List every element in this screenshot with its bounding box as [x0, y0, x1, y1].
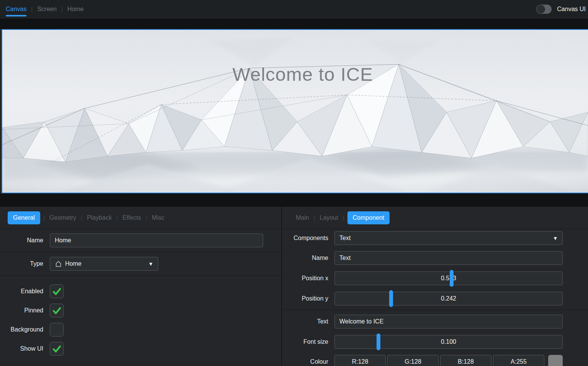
tab-separator: |: [116, 214, 118, 221]
left-panel-tabs: General | Geometry | Playback | Effects …: [0, 207, 281, 229]
tab-separator: |: [43, 214, 45, 221]
tab-general[interactable]: General: [8, 211, 40, 224]
tab-separator: |: [31, 6, 33, 12]
component-properties-panel: Main | Layout | Component Components Tex…: [282, 207, 588, 366]
text-component-group: Text Welcome to ICE Font size 0.100 Colo…: [282, 315, 588, 366]
tab-separator: |: [81, 214, 82, 221]
font-size-label: Font size: [282, 338, 328, 345]
tab-main[interactable]: Main: [296, 214, 309, 221]
tab-playback[interactable]: Playback: [87, 214, 112, 221]
background-row: Background: [0, 320, 281, 339]
background-checkbox[interactable]: [50, 323, 64, 337]
type-dropdown[interactable]: Home ▼: [50, 257, 158, 271]
tab-effects[interactable]: Effects: [123, 214, 141, 221]
position-x-label: Position x: [282, 275, 328, 282]
toggle-knob-icon: [537, 5, 545, 13]
pinned-row: Pinned: [0, 301, 281, 320]
components-value: Text: [339, 235, 351, 242]
font-size-slider[interactable]: 0.100: [334, 335, 563, 349]
font-size-slider-handle[interactable]: [377, 333, 380, 350]
position-y-slider-handle[interactable]: [389, 290, 393, 307]
tab-home[interactable]: Home: [67, 0, 84, 18]
show-ui-label: Show UI: [0, 345, 43, 352]
position-x-slider[interactable]: 0.513: [334, 271, 563, 285]
pinned-label: Pinned: [0, 307, 43, 314]
font-size-value: 0.100: [339, 338, 558, 345]
component-name-input[interactable]: Text: [334, 251, 563, 265]
component-name-label: Name: [282, 255, 328, 261]
enabled-checkbox[interactable]: [50, 284, 64, 298]
colour-alpha-field[interactable]: A:255: [493, 355, 544, 366]
name-row: Name Home: [0, 229, 281, 252]
position-y-row: Position y 0.242: [282, 292, 588, 306]
right-panel-tabs: Main | Layout | Component: [282, 207, 588, 229]
position-x-value: 0.513: [339, 275, 558, 282]
stage-letterbox-bottom: [0, 193, 588, 207]
canvas-ui-toggle[interactable]: [536, 5, 552, 14]
background-label: Background: [0, 326, 43, 333]
topbar-tabs: Canvas | Screen | Home: [0, 0, 87, 18]
colour-channels: R:128 G:128 B:128 A:255: [334, 355, 563, 366]
properties-panels: General | Geometry | Playback | Effects …: [0, 207, 588, 366]
show-ui-checkbox[interactable]: [50, 342, 64, 356]
tab-separator: |: [146, 214, 147, 221]
tab-screen[interactable]: Screen: [37, 0, 57, 18]
topbar-right: Canvas UI: [536, 5, 588, 14]
home-icon: [55, 260, 62, 268]
components-label: Components: [282, 235, 328, 242]
position-y-value: 0.242: [339, 295, 558, 302]
checkbox-group: Enabled Pinned Background Show UI: [0, 276, 281, 358]
type-row: Type Home ▼: [0, 252, 281, 276]
topbar: Canvas | Screen | Home Canvas UI: [0, 0, 588, 18]
position-y-slider[interactable]: 0.242: [334, 292, 563, 306]
canvas-ui-toggle-label: Canvas UI: [557, 6, 586, 13]
colour-blue-field[interactable]: B:128: [440, 355, 491, 366]
type-label: Type: [0, 260, 43, 267]
pinned-checkbox[interactable]: [50, 304, 64, 317]
tab-component[interactable]: Component: [347, 211, 390, 224]
tab-separator: |: [61, 6, 63, 12]
colour-red-field[interactable]: R:128: [334, 355, 386, 366]
text-label: Text: [282, 318, 328, 325]
font-size-row: Font size 0.100: [282, 335, 588, 349]
colour-label: Colour: [282, 358, 328, 365]
check-icon: [52, 306, 62, 316]
canvas-text-component[interactable]: Welcome to ICE: [233, 64, 373, 85]
lowpoly-background-image: [2, 30, 588, 193]
tab-canvas[interactable]: Canvas: [6, 0, 26, 18]
components-dropdown[interactable]: Text ▼: [334, 231, 563, 245]
components-row: Components Text ▼: [282, 231, 588, 245]
colour-row: Colour R:128 G:128 B:128 A:255: [282, 355, 588, 366]
screen-properties-panel: General | Geometry | Playback | Effects …: [0, 207, 281, 366]
tab-separator: |: [314, 214, 315, 221]
chevron-down-icon: ▼: [553, 235, 558, 241]
tab-layout[interactable]: Layout: [320, 214, 338, 221]
text-row: Text Welcome to ICE: [282, 315, 588, 328]
tab-separator: |: [343, 214, 344, 221]
chevron-down-icon: ▼: [148, 261, 153, 267]
position-x-row: Position x 0.513: [282, 271, 588, 285]
tab-geometry[interactable]: Geometry: [49, 214, 76, 221]
check-icon: [52, 344, 62, 354]
show-ui-row: Show UI: [0, 339, 281, 358]
enabled-label: Enabled: [0, 288, 43, 295]
tab-misc[interactable]: Misc: [152, 214, 164, 221]
stage-letterbox-top: [0, 18, 588, 29]
type-value: Home: [65, 260, 82, 267]
colour-swatch[interactable]: [548, 355, 563, 366]
component-name-row: Name Text: [282, 251, 588, 265]
position-x-slider-handle[interactable]: [450, 270, 454, 287]
name-label: Name: [0, 237, 43, 244]
position-y-label: Position y: [282, 295, 328, 302]
text-input[interactable]: Welcome to ICE: [334, 315, 563, 328]
enabled-row: Enabled: [0, 282, 281, 301]
canvas-viewport[interactable]: Welcome to ICE: [2, 29, 588, 193]
name-input[interactable]: Home: [50, 234, 263, 247]
colour-green-field[interactable]: G:128: [387, 355, 439, 366]
component-main-group: Components Text ▼ Name Text Position x 0…: [282, 231, 588, 310]
check-icon: [52, 286, 62, 297]
